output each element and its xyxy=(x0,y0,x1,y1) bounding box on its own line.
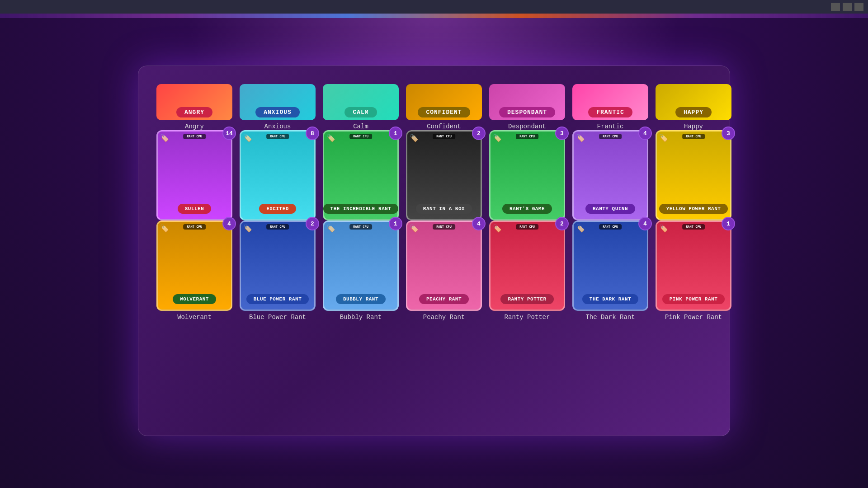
char-name-badge-sullen: SULLEN xyxy=(178,204,212,214)
char-card-wrapper-yellow: 3 🏷️ RANT CPU xyxy=(656,130,731,221)
char-card-bubbly[interactable]: 1 🏷️ RANT CPU xyxy=(323,221,399,311)
rant-logo-excited: RANT CPU xyxy=(266,134,289,139)
char-card-pink[interactable]: 1 🏷️ RANT CPU xyxy=(656,221,731,311)
close-window-button[interactable] xyxy=(854,3,863,11)
window-controls xyxy=(831,3,863,11)
char-card-wrapper-potter: 2 🏷️ RANT CPU xyxy=(489,221,565,311)
minimize-button[interactable] xyxy=(831,3,840,11)
char-name-badge-potter: RANTY POTTER xyxy=(500,294,553,304)
char-card-wrapper-incredible: 1 🏷️ RANT CPU xyxy=(323,130,399,221)
rant-logo-wolverant: RANT CPU xyxy=(183,224,206,230)
tag-icon-peachy: 🏷️ xyxy=(410,224,419,233)
char-name-badge-rantsgame: RANT'S GAME xyxy=(502,204,552,214)
char-card-inner-yellow[interactable]: 🏷️ RANT CPU xyxy=(656,130,731,221)
emotion-card-inner-confident[interactable]: CONFIDENT xyxy=(406,84,482,120)
emotion-name-despondant: Despondant xyxy=(508,123,546,130)
tag-icon-blue: 🏷️ xyxy=(243,224,252,233)
char-card-inner-rantbox[interactable]: 🏷️ RANT CPU xyxy=(406,130,482,221)
tag-icon-sullen: 🏷️ xyxy=(160,134,169,143)
emotion-card-calm[interactable]: CALM Calm xyxy=(323,84,399,130)
emotion-card-inner-calm[interactable]: CALM xyxy=(323,84,399,120)
char-name-badge-rantyquinn: RANTY QUINN xyxy=(585,204,635,214)
badge-count-rantyquinn: 4 xyxy=(638,127,652,140)
char-card-inner-bubbly[interactable]: 🏷️ RANT CPU xyxy=(323,221,399,311)
char-card-wrapper-peachy: 4 🏷️ RANT CPU xyxy=(406,221,482,311)
emotion-card-happy[interactable]: HAPPY Happy xyxy=(656,84,731,130)
emotion-card-inner-angry[interactable]: ANGRY xyxy=(156,84,232,120)
emotion-card-confident[interactable]: CONFIDENT Confident xyxy=(406,84,482,130)
emotion-card-anxious[interactable]: ANXIOUS Anxious xyxy=(240,84,316,130)
emotion-name-happy: Happy xyxy=(684,123,703,130)
emotion-card-frantic[interactable]: FRANTIC Frantic xyxy=(572,84,648,130)
char-display-name-bubbly: Bubbly Rant xyxy=(323,314,399,321)
char-card-wrapper-bubbly: 1 🏷️ RANT CPU xyxy=(323,221,399,311)
badge-count-rantsgame: 3 xyxy=(555,127,569,140)
rant-logo-incredible: RANT CPU xyxy=(349,134,372,139)
char-card-inner-incredible[interactable]: 🏷️ RANT CPU xyxy=(323,130,399,221)
char-card-rantbox[interactable]: 2 🏷️ RANT CPU xyxy=(406,130,482,221)
rant-logo-rantyquinn: RANT CPU xyxy=(599,134,622,139)
char-name-badge-yellow: YELLOW POWER RANT xyxy=(659,204,728,214)
char-display-name-blue: Blue Power Rant xyxy=(240,314,316,321)
tag-icon-dark: 🏷️ xyxy=(576,224,585,233)
character-cards-row-2: 4 🏷️ RANT CPU xyxy=(156,221,712,311)
char-card-wrapper-excited: 8 🏷️ RANT CPU xyxy=(240,130,316,221)
tag-icon-rantyquinn: 🏷️ xyxy=(576,134,585,143)
tag-icon-excited: 🏷️ xyxy=(243,134,252,143)
char-name-badge-wolverant: WOLVERANT xyxy=(173,294,216,304)
char-card-inner-sullen[interactable]: 🏷️ RANT CPU xyxy=(156,130,232,221)
char-card-inner-excited[interactable]: 🏷️ RANT CPU xyxy=(240,130,316,221)
char-card-wolverant[interactable]: 4 🏷️ RANT CPU xyxy=(156,221,232,311)
char-card-rantsgame[interactable]: 3 🏷️ RANT CPU xyxy=(489,130,565,221)
emotion-card-inner-happy[interactable]: HAPPY xyxy=(656,84,731,120)
tag-icon-rantsgame: 🏷️ xyxy=(493,134,502,143)
char-name-badge-blue: BLUE POWER RANT xyxy=(246,294,309,304)
badge-count-excited: 8 xyxy=(306,127,319,140)
char-card-inner-rantyquinn[interactable]: 🏷️ RANT CPU xyxy=(572,130,648,221)
badge-count-sullen: 14 xyxy=(222,127,236,140)
tag-icon-yellow: 🏷️ xyxy=(659,134,668,143)
char-card-potter[interactable]: 2 🏷️ RANT CPU xyxy=(489,221,565,311)
emotion-card-inner-anxious[interactable]: ANXIOUS xyxy=(240,84,316,120)
badge-count-rantbox: 2 xyxy=(472,127,486,140)
emotion-card-inner-despondant[interactable]: DESPONDANT xyxy=(489,84,565,120)
emotion-card-despondant[interactable]: DESPONDANT Despondant xyxy=(489,84,565,130)
char-card-inner-pink[interactable]: 🏷️ RANT CPU xyxy=(656,221,731,311)
rant-logo-rantsgame: RANT CPU xyxy=(516,134,538,139)
badge-count-peachy: 4 xyxy=(472,217,486,230)
char-name-badge-dark: THE DARK RANT xyxy=(582,294,638,304)
char-card-incredible[interactable]: 1 🏷️ RANT CPU xyxy=(323,130,399,221)
char-card-inner-peachy[interactable]: 🏷️ RANT CPU xyxy=(406,221,482,311)
inventory-modal: ANGRY Angry ANXIOUS Anxious CALM Calm CO… xyxy=(138,66,730,436)
char-card-peachy[interactable]: 4 🏷️ RANT CPU xyxy=(406,221,482,311)
badge-count-yellow: 3 xyxy=(722,127,735,140)
emotion-label-frantic: FRANTIC xyxy=(588,107,632,117)
char-card-dark[interactable]: 4 🏷️ RANT CPU xyxy=(572,221,648,311)
character-cards-row-1: 14 🏷️ RANT CPU xyxy=(156,130,712,221)
badge-count-blue: 2 xyxy=(306,217,319,230)
emotion-card-inner-frantic[interactable]: FRANTIC xyxy=(572,84,648,120)
char-card-inner-blue[interactable]: 🏷️ RANT CPU xyxy=(240,221,316,311)
char-card-inner-rantsgame[interactable]: 🏷️ RANT CPU xyxy=(489,130,565,221)
char-name-badge-rantbox: RANT IN A BOX xyxy=(416,204,472,214)
char-card-yellow[interactable]: 3 🏷️ RANT CPU xyxy=(656,130,731,221)
char-card-inner-dark[interactable]: 🏷️ RANT CPU xyxy=(572,221,648,311)
tag-icon-bubbly: 🏷️ xyxy=(326,224,335,233)
restore-button[interactable] xyxy=(843,3,852,11)
rant-logo-blue: RANT CPU xyxy=(266,224,289,230)
char-card-blue[interactable]: 2 🏷️ RANT CPU xyxy=(240,221,316,311)
char-display-name-potter: Ranty Potter xyxy=(489,314,565,321)
emotion-card-angry[interactable]: ANGRY Angry xyxy=(156,84,232,130)
char-card-rantyquinn[interactable]: 4 🏷️ RANT CPU xyxy=(572,130,648,221)
char-card-wrapper-wolverant: 4 🏷️ RANT CPU xyxy=(156,221,232,311)
emotion-label-calm: CALM xyxy=(344,107,377,117)
char-name-badge-bubbly: BUBBLY RANT xyxy=(336,294,386,304)
char-card-inner-potter[interactable]: 🏷️ RANT CPU xyxy=(489,221,565,311)
title-bar xyxy=(0,0,868,14)
rant-logo-yellow: RANT CPU xyxy=(682,134,705,139)
char-card-excited[interactable]: 8 🏷️ RANT CPU xyxy=(240,130,316,221)
char-card-sullen[interactable]: 14 🏷️ RANT CPU xyxy=(156,130,232,221)
rant-logo-bubbly: RANT CPU xyxy=(349,224,372,230)
char-card-inner-wolverant[interactable]: 🏷️ RANT CPU xyxy=(156,221,232,311)
char-display-name-pink: Pink Power Rant xyxy=(656,314,731,321)
